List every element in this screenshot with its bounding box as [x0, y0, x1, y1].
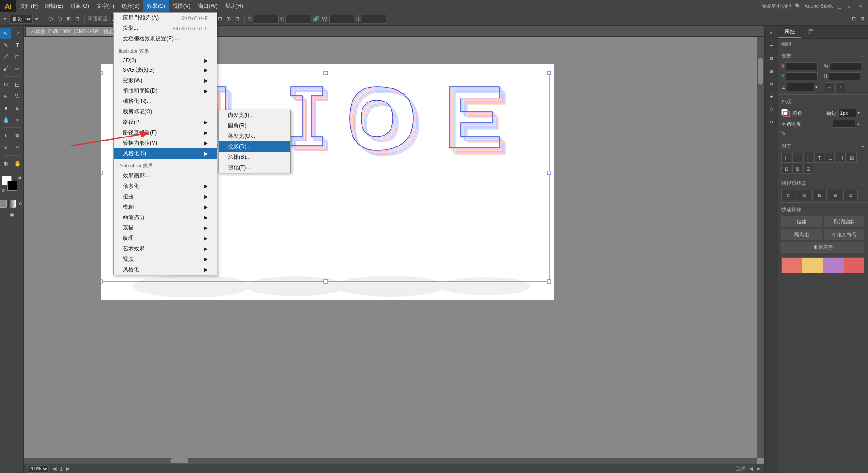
tab-properties[interactable]: 属性: [778, 26, 801, 38]
stroke-icon[interactable]: [783, 111, 790, 117]
properties-panel-btn[interactable]: ≡: [766, 28, 777, 39]
eyedropper-tool[interactable]: 💧: [0, 114, 11, 125]
menu-sketch[interactable]: 素描 ▶: [114, 223, 217, 233]
icon-btn-1[interactable]: ⬡: [47, 15, 55, 22]
menu-select[interactable]: 选择(S): [118, 0, 143, 12]
selection-tool-btn[interactable]: ▾: [2, 15, 8, 22]
default-colors-icon[interactable]: ⊡: [2, 188, 5, 193]
opacity-dropdown-r[interactable]: ▸: [858, 122, 864, 126]
edit-group-btn[interactable]: 编组: [781, 216, 822, 227]
status-arrow-right[interactable]: ▶: [757, 466, 760, 472]
quick-actions-more[interactable]: ···: [860, 207, 864, 213]
isolate-group-btn[interactable]: 隔离组: [781, 229, 822, 240]
vertical-scrollbar[interactable]: [757, 37, 764, 458]
symbol-tool[interactable]: ☀: [0, 130, 11, 141]
menu-shadow[interactable]: 投影... Alt+Shift+Ctrl+E: [114, 23, 217, 34]
recolor-btn[interactable]: 重新着色: [781, 242, 864, 253]
minimize-btn[interactable]: _: [836, 3, 843, 9]
graph-tool[interactable]: ▦: [12, 130, 23, 141]
search-icon[interactable]: 🔍: [795, 3, 801, 9]
flip-h-btn[interactable]: ↔: [825, 82, 834, 92]
pen-tool[interactable]: ✎: [0, 39, 11, 50]
stylize-inner-glow[interactable]: 内发光(I)...: [219, 110, 290, 121]
h-input[interactable]: 53.911: [362, 15, 386, 24]
transform-x-input[interactable]: 158.274: [786, 62, 818, 70]
unedit-group-btn[interactable]: 取消编组: [824, 216, 865, 227]
change-screen-btn[interactable]: ▣: [6, 209, 17, 219]
link-btn[interactable]: 🔗: [311, 15, 321, 22]
align-right-btn[interactable]: ⊦: [803, 153, 813, 163]
fill-mode-btn[interactable]: [0, 200, 7, 208]
direct-select-tool[interactable]: ↗: [12, 28, 23, 39]
brush-tool[interactable]: 🖌: [0, 63, 11, 74]
icon-btn-4[interactable]: ⊡: [73, 15, 81, 22]
icon-btn-3[interactable]: ⊞: [65, 15, 72, 22]
appearance-more[interactable]: ···: [860, 99, 864, 105]
align-left-btn[interactable]: ⊢: [781, 153, 791, 163]
menu-artistic[interactable]: 艺术效果 ▶: [114, 244, 217, 254]
scale-tool[interactable]: ⊡: [12, 79, 23, 90]
stroke-color[interactable]: [7, 181, 17, 191]
menu-type[interactable]: 文字(T): [93, 0, 118, 12]
icon-btn-2[interactable]: ⬡: [56, 15, 64, 22]
stylize-scribble[interactable]: 涂抹(B)...: [219, 152, 290, 162]
library-btn[interactable]: ☰: [766, 40, 777, 51]
nav-prev[interactable]: ◀: [53, 466, 56, 472]
rect-tool[interactable]: □: [12, 51, 23, 62]
nav-next[interactable]: ▶: [66, 466, 70, 472]
stroke-dropdown[interactable]: ▾: [858, 109, 864, 117]
align-btn-7[interactable]: ⊞: [225, 15, 232, 22]
transform-w-input[interactable]: 183.042: [829, 62, 861, 70]
align-bottom-btn[interactable]: ⊣: [836, 153, 846, 163]
vertical-scroll-thumb[interactable]: [758, 58, 763, 85]
pencil-tool[interactable]: ✏: [12, 63, 23, 74]
align-btn-8[interactable]: ⊞: [233, 15, 241, 22]
mesh-tool[interactable]: ⊞: [12, 102, 23, 113]
pathfinder-more[interactable]: ···: [860, 181, 864, 186]
angle-dropdown[interactable]: ▾: [815, 83, 823, 91]
color-swatch-3[interactable]: [823, 258, 844, 273]
color-swatch-2[interactable]: [802, 258, 823, 273]
minus-front-btn[interactable]: ⊟: [797, 190, 811, 200]
color-swatch-1[interactable]: [782, 258, 802, 273]
type-tool[interactable]: T: [12, 39, 23, 50]
menu-distort-transform-w[interactable]: 变形(W) ▶: [114, 75, 217, 86]
transform-panel-btn[interactable]: ⊡: [766, 53, 777, 64]
pathfinder-panel-btn[interactable]: ⊠: [766, 78, 777, 89]
status-arrow-left[interactable]: ◀: [749, 466, 753, 472]
blend-tool[interactable]: ∞: [12, 114, 23, 125]
rotate-tool[interactable]: ↻: [0, 79, 11, 90]
menu-rasterize[interactable]: 栅格化(R)...: [114, 96, 217, 107]
line-tool[interactable]: ／: [0, 51, 11, 62]
menu-pixelate[interactable]: 像素化 ▶: [114, 181, 217, 191]
intersect-btn[interactable]: ⊞: [812, 190, 827, 200]
gradient-tool[interactable]: ■: [0, 102, 11, 113]
gradient-mode-btn[interactable]: [8, 200, 16, 208]
align-center-v-btn[interactable]: ⊥: [825, 153, 835, 163]
stylize-feather[interactable]: 羽化(F)...: [219, 162, 290, 173]
swap-colors-icon[interactable]: ⇄: [18, 176, 22, 180]
menu-texture[interactable]: 纹理 ▶: [114, 233, 217, 244]
distrib-h-btn[interactable]: ⊞: [847, 153, 857, 163]
menu-file[interactable]: 文件(F): [16, 0, 41, 12]
unite-btn[interactable]: □: [781, 190, 796, 200]
w-input[interactable]: 183.042: [329, 15, 354, 24]
menu-view[interactable]: 视图(V): [169, 0, 194, 12]
align-center-h-btn[interactable]: ⊣: [792, 153, 802, 163]
arrange-btn2[interactable]: ⊠: [858, 15, 866, 22]
stylize-drop-shadow[interactable]: 投影(D)...: [219, 141, 290, 152]
menu-blur-ps[interactable]: 模糊 ▶: [114, 202, 217, 212]
layers-panel-btn[interactable]: ⬡: [766, 104, 777, 115]
maximize-btn[interactable]: □: [846, 3, 853, 9]
effect-dropdown-menu[interactable]: 应用 "投影" (A) Shift+Ctrl+E 投影... Alt+Shift…: [113, 12, 217, 275]
menu-stylize[interactable]: 风格化(S) ▶: [114, 148, 217, 159]
exclude-btn[interactable]: ⊠: [828, 190, 842, 200]
distrib-more-btn[interactable]: ⊠: [792, 164, 802, 174]
flip-v-btn[interactable]: ↕: [835, 82, 845, 92]
menu-edit[interactable]: 编辑(E): [41, 0, 67, 12]
width-tool[interactable]: W: [12, 91, 23, 102]
y-input[interactable]: 100.834: [285, 15, 310, 24]
zoom-select[interactable]: 200% 100%: [27, 465, 49, 473]
menu-effect-gallery[interactable]: 效果画廊...: [114, 171, 217, 181]
save-symbol-btn[interactable]: 存储为符号: [824, 229, 865, 240]
